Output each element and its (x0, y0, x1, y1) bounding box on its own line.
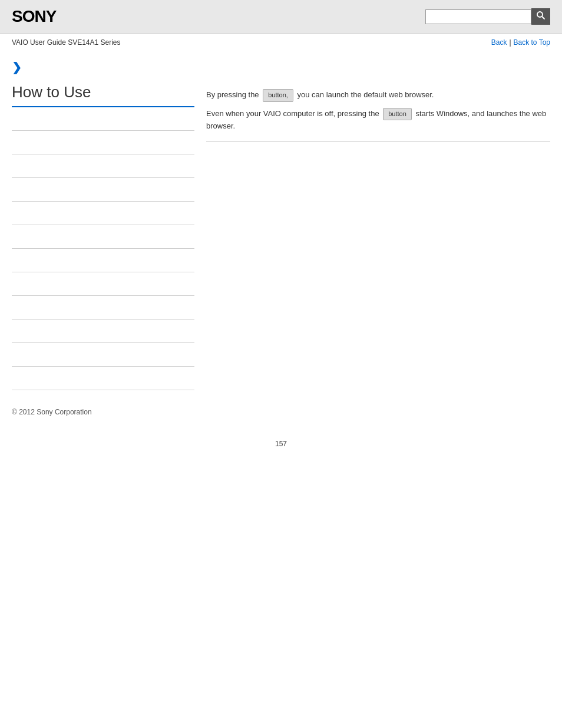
content-area: By pressing the button, you can launch t… (206, 83, 550, 390)
guide-title: VAIO User Guide SVE14A1 Series (12, 38, 121, 47)
list-item (12, 343, 194, 367)
sidebar-link[interactable] (12, 351, 14, 359)
button1-placeholder: button, (263, 89, 293, 102)
sidebar: How to Use (12, 83, 194, 390)
paragraph2-start: Even when your VAIO computer is off, pre… (206, 109, 379, 118)
list-item (12, 249, 194, 272)
list-item (12, 367, 194, 390)
content-text: By pressing the button, you can launch t… (206, 89, 550, 133)
list-item (12, 319, 194, 343)
search-input[interactable] (425, 9, 531, 24)
back-link[interactable]: Back (491, 38, 507, 47)
sidebar-title: How to Use (12, 83, 194, 107)
content-paragraph-2: Even when your VAIO computer is off, pre… (206, 108, 550, 133)
breadcrumb-arrow: ❯ (12, 61, 22, 74)
sidebar-link[interactable] (12, 162, 14, 170)
sidebar-link[interactable] (12, 233, 14, 241)
search-button[interactable] (531, 8, 550, 25)
list-item (12, 272, 194, 296)
nav-links: Back | Back to Top (491, 38, 550, 47)
button2-placeholder: button (383, 108, 412, 121)
sidebar-link[interactable] (12, 209, 14, 218)
copyright-text: © 2012 Sony Corporation (12, 408, 92, 416)
list-item (12, 154, 194, 178)
sidebar-link[interactable] (12, 327, 14, 335)
sidebar-link[interactable] (12, 304, 14, 312)
paragraph1-text: By pressing the (206, 90, 259, 99)
nav-separator: | (509, 38, 511, 47)
sub-header: VAIO User Guide SVE14A1 Series Back | Ba… (0, 34, 562, 51)
content-paragraph-1: By pressing the button, you can launch t… (206, 89, 550, 102)
breadcrumb: ❯ (0, 51, 562, 77)
footer: © 2012 Sony Corporation (0, 396, 562, 428)
sidebar-link[interactable] (12, 115, 14, 123)
list-item (12, 225, 194, 249)
svg-line-1 (542, 17, 544, 19)
content-divider (206, 141, 550, 142)
list-item (12, 202, 194, 225)
page-number: 157 (0, 428, 562, 460)
sidebar-items (12, 107, 194, 390)
search-icon (536, 11, 546, 22)
sidebar-link[interactable] (12, 280, 14, 288)
back-to-top-link[interactable]: Back to Top (514, 38, 550, 47)
sidebar-link[interactable] (12, 256, 14, 265)
sidebar-link[interactable] (12, 139, 14, 147)
sidebar-link[interactable] (12, 374, 14, 383)
sony-logo: SONY (12, 7, 56, 26)
search-area (425, 8, 550, 25)
list-item (12, 131, 194, 154)
list-item (12, 107, 194, 131)
list-item (12, 178, 194, 202)
main-content: How to Use (0, 77, 562, 396)
sidebar-link[interactable] (12, 186, 14, 194)
site-header: SONY (0, 0, 562, 34)
list-item (12, 296, 194, 319)
paragraph1-cont: you can launch the default web browser. (297, 90, 434, 99)
